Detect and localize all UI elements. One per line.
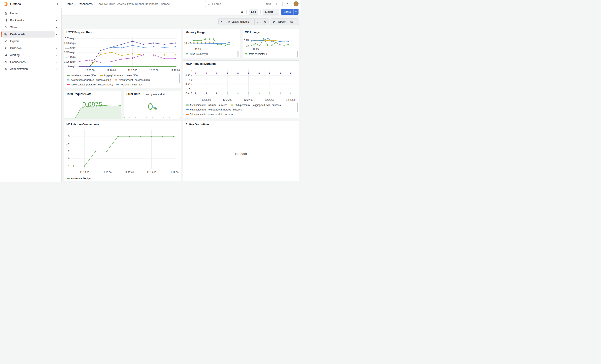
legend-label[interactable]: 95th percentile - logging/setLevel - suc… [235,104,281,107]
memory-usage-chart[interactable]: 12:2516 MiB [184,34,237,51]
sidebar-item-connections[interactable]: Connections [2,59,60,65]
sidebar-item-administration[interactable]: Administration [2,66,60,72]
legend-scrollbar[interactable] [297,51,298,57]
legend-item[interactable]: resources/list - success (200) [114,79,150,81]
time-shift-back-button[interactable] [218,19,225,25]
time-shift-forward-button[interactable] [254,19,261,25]
svg-text:0%: 0% [246,44,250,47]
chevron-down-icon[interactable] [55,53,60,57]
sidebar-item-label: Drilldown [10,47,22,50]
cog-icon [4,67,8,71]
mcp-request-duration-chart[interactable]: 12:25:0012:26:0012:27:0012:28:0012:29:00… [184,66,296,102]
svg-text:0.03 req/s: 0.03 req/s [65,37,76,40]
zoom-out-button[interactable] [261,19,269,25]
sidebar-item-drilldown[interactable]: Drilldown [2,45,60,51]
legend-item[interactable]: tools/list - success (200) [101,88,130,89]
panel-title[interactable]: Active Goroutines [186,123,210,126]
sidebar-item-alerting[interactable]: Alerting [2,52,60,59]
sidebar-item-explore[interactable]: Explore [2,38,60,45]
legend-item[interactable]: fetch-telemetry-0 [186,53,208,55]
legend-item[interactable]: resources/templates/list - success (200) [67,83,113,86]
legend-scrollbar[interactable] [238,51,239,57]
panel-title[interactable]: Error Rate [126,92,140,96]
grafana-logo[interactable] [3,1,8,6]
sidebar-item-bookmarks[interactable]: Bookmarks [2,17,60,24]
legend-item[interactable]: 95th percentile - notifications/initiali… [186,108,242,111]
share-menu-button[interactable] [293,9,299,15]
favorite-star-icon[interactable] [239,9,244,14]
chevron-down-icon[interactable] [55,46,60,50]
chevron-down-icon[interactable] [55,25,60,29]
refresh-interval-picker[interactable]: 5s [288,19,299,25]
legend-label[interactable]: tools/call - success (200) [71,88,97,89]
mcp-active-connections-chart[interactable]: 12:25:0012:26:0012:27:0012:28:0012:29:00… [65,128,179,175]
http-request-rate-chart[interactable]: 12:25:0012:26:0012:27:0012:28:0012:29:00… [64,35,180,72]
breadcrumb-dashboards[interactable]: Dashboards [78,2,93,6]
search-box[interactable]: ⌘+k [205,1,273,7]
cpu-usage-chart[interactable]: 12:250%0.2% [243,34,296,51]
sidebar-item-starred[interactable]: Starred [2,24,60,31]
star-icon [4,25,8,29]
panel-http-request-rate: HTTP Request Rate 12:25:0012:26:0012:27:… [64,29,181,89]
user-avatar[interactable] [293,1,299,6]
svg-text:5 s: 5 s [189,70,192,72]
legend-item[interactable]: unknown - success (200) [134,88,165,89]
legend-item[interactable]: initialize - success (200) [67,74,96,77]
time-range-picker[interactable]: Last 5 minutes [225,19,255,25]
legend-label[interactable]: tools/call - error (404) [121,83,143,86]
chevron-down-icon[interactable] [55,60,60,64]
legend-item[interactable]: tools/call - error (404) [116,83,143,86]
add-button[interactable] [275,2,281,6]
legend-label[interactable]: 95th percentile - resources/templates/li… [190,118,244,118]
panel-title[interactable]: CPU Usage [245,31,260,34]
legend-item[interactable]: tools/call - success (200) [67,88,97,89]
legend-label[interactable]: fetch-telemetry-0 [249,53,267,55]
chevron-down-icon[interactable] [55,18,60,22]
edit-button[interactable]: Edit [249,9,258,15]
share-button[interactable]: Share [281,9,293,15]
legend-label[interactable]: logging/setLevel - success (200) [104,74,138,77]
panel-title[interactable]: MCP Request Duration [186,62,216,65]
sidebar-item-home[interactable]: Home [2,10,60,17]
legend-item[interactable]: notifications/initialized - success (202… [67,79,111,81]
legend-scrollbar[interactable] [297,103,298,112]
legend-label[interactable]: notifications/initialized - success (202… [71,79,111,81]
refresh-button[interactable]: Refresh [270,19,288,25]
legend-item[interactable]: 95th percentile - resources/templates/li… [186,118,244,118]
legend-label[interactable]: tools/list - success (200) [105,88,130,89]
legend-item[interactable]: 95th percentile - resources/list - succe… [186,113,233,116]
chevron-down-icon[interactable] [55,32,60,36]
legend-item[interactable]: logging/setLevel - success (200) [100,74,138,77]
legend-label[interactable]: fetch-telemetry-0 [190,53,208,55]
legend-label[interactable]: 95th percentile - resources/list - succe… [190,113,233,116]
chevron-down-icon[interactable] [55,67,60,71]
sidebar-toggle-icon[interactable] [54,1,59,7]
legend-item[interactable]: 95th percentile - logging/setLevel - suc… [231,104,281,107]
panel-title[interactable]: MCP Active Connections [66,123,99,126]
search-input[interactable] [212,2,264,6]
legend-item[interactable]: 95th percentile - initialize - success [186,104,227,107]
clock-icon [227,20,230,23]
legend-label[interactable]: resources/list - success (200) [119,79,150,81]
legend-scrollbar[interactable] [179,74,180,83]
legend-label[interactable]: - (streamable-http) [71,177,91,180]
help-icon[interactable] [284,1,290,7]
breadcrumb-home[interactable]: Home [66,2,73,6]
export-button[interactable]: Export [262,9,279,15]
panel-title[interactable]: HTTP Request Rate [66,31,92,34]
sidebar-item-dashboards[interactable]: Dashboards [2,31,60,38]
legend-label[interactable]: resources/templates/list - success (200) [71,83,113,86]
sidebar-item-label: Explore [10,39,20,43]
home-icon [4,11,8,15]
legend-item[interactable]: fetch-telemetry-0 [245,53,267,55]
svg-text:3 s: 3 s [189,87,192,90]
panel-title[interactable]: Total Request Rate [66,92,91,96]
legend-label[interactable]: initialize - success (200) [71,74,96,77]
legend-label[interactable]: 95th percentile - initialize - success [190,104,227,107]
legend-label[interactable]: 95th percentile - notifications/initiali… [190,108,242,111]
legend-row: 95th percentile - resources/templates/li… [186,117,295,118]
legend-item[interactable]: - (streamable-http) [67,177,91,180]
panel-title[interactable]: Memory Usage [186,31,206,34]
svg-text:16 MiB: 16 MiB [184,42,191,45]
legend-label[interactable]: unknown - success (200) [138,88,165,89]
